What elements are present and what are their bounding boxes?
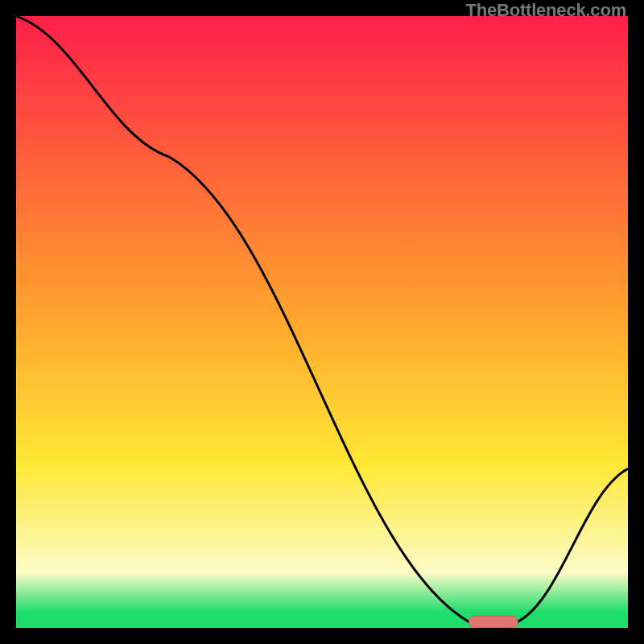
plot-area xyxy=(16,16,628,628)
gradient-background xyxy=(16,16,628,628)
watermark-text: TheBottleneck.com xyxy=(465,0,626,21)
